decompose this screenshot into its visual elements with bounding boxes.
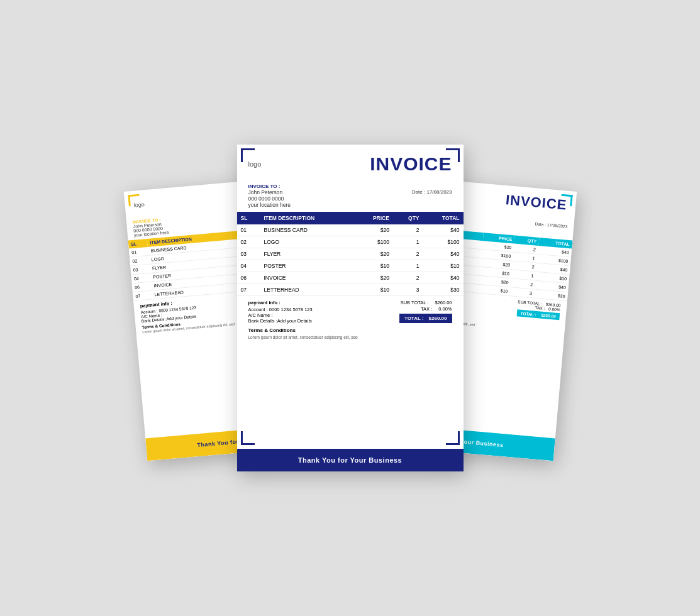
corner-tr-right: [553, 193, 572, 212]
table-cell: POSTER: [260, 260, 354, 272]
table-cell: $40: [423, 272, 464, 284]
table-row: 06INVOICE$202$40: [237, 272, 464, 284]
center-tax-row: TAX : 0.00%: [399, 306, 452, 312]
right-total-label: TOTAL :: [520, 311, 536, 316]
center-bank: Bank Details :Add your Details: [248, 318, 399, 324]
corner-bl-left: [149, 437, 168, 456]
table-cell: $20: [354, 272, 392, 284]
center-header: logo INVOICE: [237, 145, 464, 180]
center-th-desc: ITEM DESCRIPTION: [260, 212, 354, 224]
table-cell: $100: [354, 236, 392, 248]
corner-tr-center: [442, 148, 460, 166]
table-cell: 3: [393, 284, 423, 296]
table-cell: LETTERHEAD: [260, 284, 354, 296]
center-bill-row: John Peterson 000 0000 0000 your locatio…: [248, 189, 452, 208]
center-tax-label: TAX :: [421, 306, 432, 312]
center-date-label: Date :: [412, 189, 425, 195]
invoice-card-center: logo INVOICE INVOICE TO : John Peterson …: [237, 145, 464, 471]
table-cell: INVOICE: [260, 272, 354, 284]
center-bill-name: John Peterson: [248, 189, 291, 195]
center-bill-to: INVOICE TO : John Peterson 000 0000 0000…: [237, 180, 464, 212]
table-cell: 04: [237, 260, 260, 272]
right-tax-label: TAX :: [535, 305, 545, 310]
table-cell: 2: [393, 248, 423, 260]
right-totals: SUB TOTAL : $260.00 TAX : 0.00% TOTAL : …: [516, 299, 560, 323]
center-bottom-bar: Thank You for Your Business: [237, 449, 464, 471]
table-cell: $10: [354, 284, 392, 296]
center-th-price: PRICE: [354, 212, 392, 224]
table-cell: BUSINESS CARD: [260, 224, 354, 236]
table-cell: 01: [237, 224, 260, 236]
center-subtotal-label: SUB TOTAL :: [401, 300, 429, 305]
corner-tl-center: [241, 148, 258, 166]
center-total-value: $260.00: [429, 316, 447, 321]
center-total-label: TOTAL :: [404, 316, 424, 321]
table-cell: LOGO: [260, 236, 354, 248]
table-cell: $10: [354, 260, 392, 272]
table-cell: 06: [237, 272, 260, 284]
center-footer-area: paymant info : Account : 0000 1234 5678 …: [237, 296, 464, 324]
right-date-label: Date :: [535, 221, 546, 226]
table-cell: 07: [132, 290, 152, 301]
center-th-qty: QTY: [393, 212, 423, 224]
center-terms-text: Lorem ipsum dolor sit amet, consectetuer…: [248, 334, 452, 340]
table-cell: $100: [423, 236, 464, 248]
corner-bl-center: [241, 427, 258, 445]
table-cell: $40: [423, 248, 464, 260]
center-total-box: TOTAL : $260.00: [399, 314, 452, 323]
center-bill-label: INVOICE TO :: [248, 184, 452, 189]
center-table: SL ITEM DESCRIPTION PRICE QTY TOTAL 01BU…: [237, 212, 464, 296]
center-title: INVOICE: [370, 153, 452, 175]
center-subtotal-row: SUB TOTAL : $260.00: [399, 300, 452, 305]
table-cell: $10: [423, 260, 464, 272]
table-cell: $40: [423, 224, 464, 236]
table-cell: 1: [393, 260, 423, 272]
right-total-value: $260.00: [541, 312, 556, 318]
table-cell: 2: [393, 224, 423, 236]
corner-br-right: [532, 437, 551, 456]
center-subtotal-value: $260.00: [435, 300, 452, 305]
table-cell: FLYER: [260, 248, 354, 260]
center-th-sl: SL: [237, 212, 260, 224]
right-tax-value: 0.00%: [548, 306, 560, 312]
center-bill-phone: 000 0000 0000: [248, 195, 291, 202]
center-footer-text: Thank You for Your Business: [298, 456, 403, 464]
center-terms: Terms & Conditions Lorem ipsum dolor sit…: [237, 324, 464, 343]
center-tax-value: 0.00%: [438, 306, 452, 312]
center-payment-info: paymant info : Account : 0000 1234 5678 …: [248, 300, 399, 324]
table-row: 04POSTER$101$10: [237, 260, 464, 272]
corner-br-center: [442, 427, 460, 445]
table-cell: 02: [237, 236, 260, 248]
center-totals: SUB TOTAL : $260.00 TAX : 0.00% TOTAL : …: [399, 300, 452, 324]
center-terms-title: Terms & Conditions: [248, 327, 452, 333]
table-cell: $20: [354, 248, 392, 260]
center-date-value: 17/08/2023: [426, 189, 452, 195]
center-bill-address: your location here: [248, 202, 291, 208]
table-row: 02LOGO$1001$100: [237, 236, 464, 248]
center-ac-name: A/C Name :: [248, 312, 399, 318]
center-account: Account : 0000 1234 5678 123: [248, 307, 399, 312]
table-cell: 2: [393, 272, 423, 284]
table-row: 01BUSINESS CARD$202$40: [237, 224, 464, 236]
table-cell: 07: [237, 284, 260, 296]
center-th-total: TOTAL: [423, 212, 464, 224]
scene: logo INVOICE INVOICE TO : John Peterson …: [67, 63, 633, 553]
center-date: Date : 17/08/2023: [412, 189, 452, 208]
table-cell: $30: [423, 284, 464, 296]
table-cell: $20: [354, 224, 392, 236]
table-cell: 1: [393, 236, 423, 248]
corner-tl-left: [128, 193, 147, 212]
center-payment-title: paymant info :: [248, 300, 399, 305]
table-cell: 03: [237, 248, 260, 260]
table-row: 07LETTERHEAD$103$30: [237, 284, 464, 296]
table-row: 03FLYER$202$40: [237, 248, 464, 260]
